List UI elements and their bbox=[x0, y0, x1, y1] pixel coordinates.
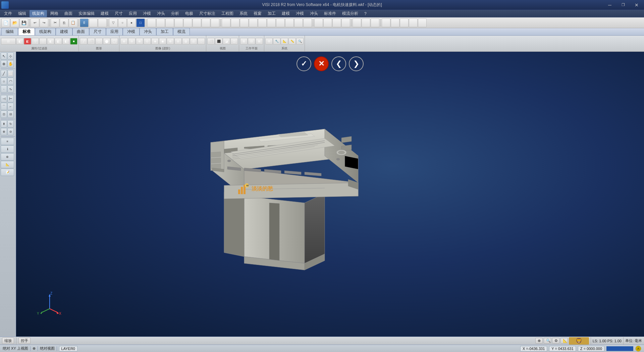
pan-btn[interactable]: ✋ bbox=[7, 60, 14, 68]
image-btn-4[interactable] bbox=[249, 18, 258, 27]
mode-indicator[interactable]: A bbox=[635, 346, 641, 352]
layers-btn[interactable]: ≡ bbox=[1, 138, 14, 145]
view3d-btn-4[interactable]: ◫ bbox=[230, 38, 238, 45]
view3d-btn-3[interactable]: ◪ bbox=[223, 38, 230, 45]
shape-btn-1[interactable]: ╱ bbox=[80, 38, 87, 45]
cancel-button[interactable]: ✕ bbox=[314, 56, 329, 71]
shape-btn-3[interactable]: ⬡ bbox=[95, 38, 103, 45]
view3d-btn-2[interactable]: ⬛ bbox=[215, 38, 222, 45]
snap-icon-btn[interactable]: ⊕ bbox=[535, 338, 543, 344]
btn-15[interactable] bbox=[183, 18, 192, 27]
shape-btn-4[interactable]: ⬤ bbox=[103, 38, 110, 45]
image-adv-btn-6[interactable]: ◉ bbox=[159, 38, 166, 45]
trim-btn[interactable]: ⊣ bbox=[1, 95, 7, 102]
workplane3d-btn-3[interactable]: ⊠ bbox=[256, 38, 263, 45]
line-btn[interactable]: ╱ bbox=[1, 70, 7, 77]
image-adv-btn-10[interactable]: ◎ bbox=[190, 38, 197, 45]
sys-btn-5[interactable] bbox=[418, 18, 427, 27]
chamfer-btn[interactable]: ⌐ bbox=[7, 103, 14, 110]
workplane3d-btn-2[interactable]: ⊟ bbox=[248, 38, 255, 45]
new-btn[interactable]: 📄 bbox=[1, 18, 10, 27]
image-btn-5[interactable] bbox=[258, 18, 267, 27]
sys3d-btn-5[interactable]: 🔍 bbox=[296, 38, 304, 45]
menu-moldflow[interactable]: 模流分析 bbox=[339, 10, 361, 17]
image-adv-btn-9[interactable]: ◍ bbox=[182, 38, 190, 45]
view-btn-2[interactable] bbox=[323, 18, 332, 27]
view-icon-3[interactable]: 📐 bbox=[560, 338, 568, 344]
menu-punch2[interactable]: 冲头 bbox=[307, 10, 321, 17]
view-btn-4[interactable] bbox=[341, 18, 350, 27]
status-snap-btn[interactable]: ⊕ bbox=[33, 346, 36, 351]
tab-build[interactable]: 建模 bbox=[56, 28, 72, 35]
paste-btn[interactable]: 📋 bbox=[69, 18, 77, 27]
tab-machine[interactable]: 加工 bbox=[156, 28, 173, 35]
image-adv-btn-11[interactable]: ◌ bbox=[198, 38, 205, 45]
restore-button[interactable]: ❐ bbox=[616, 0, 630, 10]
btn-12[interactable] bbox=[156, 18, 165, 27]
menu-engdraw[interactable]: 工程图 bbox=[219, 10, 236, 17]
image-btn-6[interactable] bbox=[267, 18, 276, 27]
btn-8[interactable]: ○ bbox=[118, 18, 127, 27]
properties-btn[interactable]: ℹ bbox=[1, 145, 14, 153]
view-btn-1[interactable] bbox=[314, 18, 323, 27]
workplane3d-btn-1[interactable]: ⊞ bbox=[240, 38, 248, 45]
sys3d-btn-3[interactable]: 📐 bbox=[281, 38, 288, 45]
menu-analysis[interactable]: 分析 bbox=[168, 10, 182, 17]
snap-btn[interactable]: ⊕ bbox=[1, 153, 14, 161]
btn-4[interactable]: tI bbox=[80, 18, 89, 27]
filter-btn-5[interactable]: □ bbox=[39, 38, 47, 45]
menu-build2[interactable]: 建模 bbox=[279, 10, 292, 17]
menu-die[interactable]: 冲模 bbox=[140, 10, 154, 17]
open-btn[interactable]: 📂 bbox=[10, 18, 19, 27]
image-btn-2[interactable] bbox=[231, 18, 239, 27]
image-btn-9[interactable] bbox=[294, 18, 303, 27]
btn-7[interactable]: ▽ bbox=[109, 18, 118, 27]
view3d-btn-1[interactable]: ⬜ bbox=[207, 38, 215, 45]
viewport-3d[interactable]: ✓ ✕ ❮ ❯ bbox=[16, 52, 644, 337]
menu-surface[interactable]: 曲面 bbox=[62, 10, 75, 17]
menu-wireframe[interactable]: 线架构 bbox=[30, 10, 47, 17]
image-btn-7[interactable] bbox=[276, 18, 285, 27]
menu-system[interactable]: 系统 bbox=[237, 10, 250, 17]
btn-5[interactable] bbox=[89, 18, 98, 27]
tab-punch[interactable]: 冲头 bbox=[140, 28, 156, 35]
save-btn[interactable]: 💾 bbox=[19, 18, 28, 27]
sys-btn-4[interactable] bbox=[409, 18, 418, 27]
image-adv-btn-5[interactable]: ◈ bbox=[151, 38, 159, 45]
workplane-btn-3[interactable] bbox=[371, 18, 379, 27]
btn-10[interactable]: □ bbox=[136, 18, 145, 27]
tab-dim[interactable]: 尺寸 bbox=[89, 28, 106, 35]
image-btn-10[interactable] bbox=[303, 18, 312, 27]
rect-btn[interactable]: ⬜ bbox=[7, 70, 14, 77]
tab-die[interactable]: 冲模 bbox=[123, 28, 140, 35]
btn-9[interactable]: ● bbox=[127, 18, 136, 27]
filter-btn-4[interactable]: ▽ bbox=[32, 38, 39, 45]
view-icon-1[interactable]: 🔍 bbox=[544, 338, 551, 344]
filter-btn-2[interactable]: ◧ bbox=[16, 38, 23, 45]
menu-dimmark[interactable]: 尺寸标注 bbox=[197, 10, 218, 17]
menu-file[interactable]: 文件 bbox=[1, 10, 15, 17]
revolve-btn[interactable]: ↻ bbox=[7, 120, 14, 128]
shape-btn-2[interactable]: ⬜ bbox=[88, 38, 95, 45]
filter-btn-1[interactable]: ⊟ bbox=[1, 38, 16, 45]
shape-btn-5[interactable]: ◯ bbox=[111, 38, 118, 45]
tab-standard[interactable]: 标准 bbox=[18, 28, 35, 35]
ctrl-btn[interactable]: 控手 bbox=[18, 338, 31, 344]
menu-edit[interactable]: 编辑 bbox=[15, 10, 29, 17]
fillet-btn[interactable]: ⌒ bbox=[1, 103, 7, 110]
menu-electrode[interactable]: 电极 bbox=[182, 10, 196, 17]
filter-btn-3[interactable]: ◧ bbox=[24, 38, 31, 45]
btn-11[interactable] bbox=[147, 18, 156, 27]
image-btn-8[interactable] bbox=[285, 18, 294, 27]
view-icon-2[interactable]: ⚙ bbox=[552, 338, 559, 344]
menu-apply[interactable]: 应用 bbox=[126, 10, 140, 17]
notes-btn[interactable]: 📝 bbox=[1, 169, 14, 176]
menu-dim[interactable]: 尺寸 bbox=[112, 10, 125, 17]
btn-13[interactable] bbox=[165, 18, 174, 27]
minimize-button[interactable]: ─ bbox=[603, 0, 616, 10]
circle-btn[interactable]: ○ bbox=[1, 78, 7, 85]
prev-button[interactable]: ❮ bbox=[331, 56, 346, 71]
menu-build[interactable]: 建模 bbox=[98, 10, 111, 17]
spline-btn[interactable]: ∿ bbox=[7, 85, 14, 93]
copy-btn[interactable]: ⎘ bbox=[60, 18, 68, 27]
